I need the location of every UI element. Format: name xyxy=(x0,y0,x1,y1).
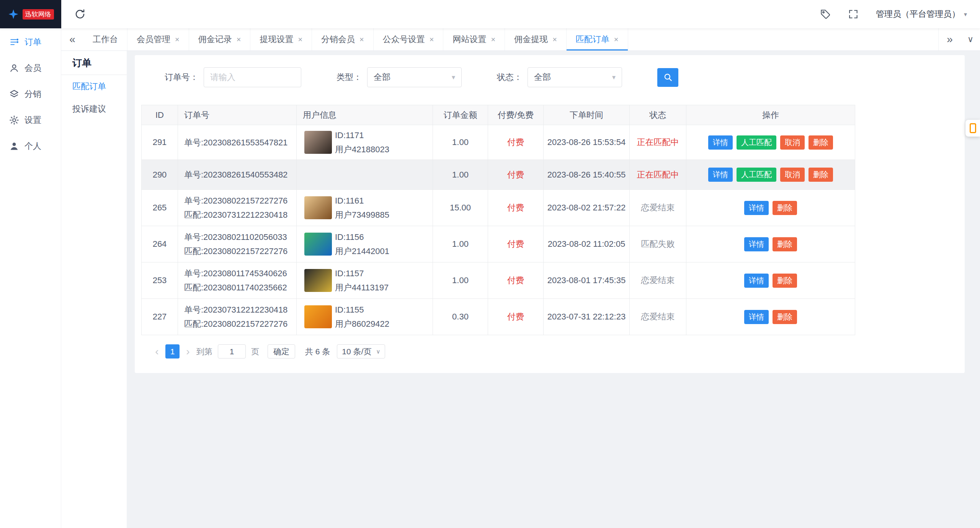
logo-text: 迅软网络 xyxy=(23,9,54,20)
cancel-button[interactable]: 取消 xyxy=(780,135,805,150)
delete-button[interactable]: 删除 xyxy=(773,201,797,215)
delete-button[interactable]: 删除 xyxy=(773,274,797,288)
jump-page-input[interactable] xyxy=(218,344,246,359)
logo: 迅软网络 xyxy=(0,0,61,28)
close-icon[interactable]: × xyxy=(491,35,495,44)
content-card: 订单号： 类型： 全部 ▾ 状态： 全部 ▾ xyxy=(135,55,965,373)
type-select[interactable]: 全部 ▾ xyxy=(367,67,462,87)
user-name: 用户44113197 xyxy=(335,280,389,295)
cell-order-no: 单号:202308021102056033匹配:2023080221572272… xyxy=(178,226,297,262)
fullscreen-icon[interactable] xyxy=(848,9,858,19)
cell-amount: 1.00 xyxy=(433,262,488,299)
refresh-icon[interactable] xyxy=(74,8,86,20)
sidebar-item-members[interactable]: 会员 xyxy=(0,55,61,81)
sidebar-item-label: 订单 xyxy=(24,36,41,48)
cell-status: 恋爱结束 xyxy=(630,262,686,299)
manual-match-button[interactable]: 人工匹配 xyxy=(737,168,776,182)
cell-order-time: 2023-08-02 21:57:22 xyxy=(544,190,630,226)
sidebar-item-profile[interactable]: 个人 xyxy=(0,133,61,159)
tag-icon[interactable] xyxy=(820,9,831,20)
prev-page-icon[interactable]: ‹ xyxy=(151,344,163,359)
tab-label: 佣金记录 xyxy=(198,34,232,45)
user-info: ID:1171用户42188023 xyxy=(303,128,430,156)
tab-commission-records[interactable]: 佣金记录× xyxy=(189,28,251,51)
caret-down-icon: ▾ xyxy=(964,11,967,18)
submenu-item-complaints[interactable]: 投诉建议 xyxy=(61,98,127,120)
avatar xyxy=(304,196,332,219)
tab-commission-withdrawal[interactable]: 佣金提现× xyxy=(505,28,567,51)
sidebar-item-settings[interactable]: 设置 xyxy=(0,107,61,133)
close-icon[interactable]: × xyxy=(175,35,180,44)
cell-order-time: 2023-08-26 15:40:55 xyxy=(544,160,630,190)
cell-order-no: 单号:202308011745340626匹配:2023080117402356… xyxy=(178,262,297,299)
close-icon[interactable]: × xyxy=(237,35,241,44)
detail-button[interactable]: 详情 xyxy=(744,310,769,324)
confirm-button[interactable]: 确定 xyxy=(268,344,295,359)
tab-withdrawal-settings[interactable]: 提现设置× xyxy=(250,28,312,51)
page-size-select[interactable]: 10 条/页 ∨ xyxy=(337,344,385,359)
status-select[interactable]: 全部 ▾ xyxy=(528,67,622,87)
tab-label: 佣金提现 xyxy=(514,34,548,45)
next-page-icon[interactable]: › xyxy=(182,344,194,359)
avatar xyxy=(304,131,332,154)
user-name: 用户73499885 xyxy=(335,208,389,222)
order-no-input[interactable] xyxy=(204,67,301,87)
tab-website-settings[interactable]: 网站设置× xyxy=(443,28,505,51)
order-line-text: 单号:202307312212230418 xyxy=(184,303,294,317)
close-icon[interactable]: × xyxy=(552,35,557,44)
user-id: ID:1171 xyxy=(335,128,389,142)
admin-menu[interactable]: 管理员（平台管理员） ▾ xyxy=(876,8,967,20)
cell-id: 227 xyxy=(142,299,178,335)
float-phone-button[interactable] xyxy=(965,120,980,137)
tab-menu-icon[interactable]: ∨ xyxy=(961,28,980,51)
tabbar-controls: » ∨ xyxy=(938,28,980,51)
cell-actions: 详情删除 xyxy=(686,299,855,335)
delete-button[interactable]: 删除 xyxy=(808,168,833,182)
sidebar-item-orders[interactable]: 订单 xyxy=(0,29,61,55)
cell-user xyxy=(297,160,433,190)
sidebar-item-distribution[interactable]: 分销 xyxy=(0,81,61,107)
user-text: ID:1157用户44113197 xyxy=(335,266,389,295)
search-button[interactable] xyxy=(657,68,678,87)
detail-button[interactable]: 详情 xyxy=(708,168,733,182)
column-header: 下单时间 xyxy=(544,105,630,125)
user-text: ID:1155用户86029422 xyxy=(335,303,389,331)
detail-button[interactable]: 详情 xyxy=(744,274,769,288)
cell-status: 恋爱结束 xyxy=(630,190,686,226)
settings-icon xyxy=(9,115,19,125)
close-icon[interactable]: × xyxy=(359,35,364,44)
avatar xyxy=(304,305,332,328)
delete-button[interactable]: 删除 xyxy=(773,237,797,251)
cell-order-time: 2023-08-26 15:53:54 xyxy=(544,125,630,160)
expand-tabs-icon[interactable]: » xyxy=(939,28,961,51)
collapse-tabs-icon[interactable]: « xyxy=(61,28,83,51)
tab-workbench[interactable]: 工作台 xyxy=(83,28,127,51)
submenu-item-match-orders[interactable]: 匹配订单 xyxy=(61,75,127,98)
tab-distribution-members[interactable]: 分销会员× xyxy=(312,28,374,51)
column-header: 订单号 xyxy=(178,105,297,125)
detail-button[interactable]: 详情 xyxy=(744,237,769,251)
tab-official-account-settings[interactable]: 公众号设置× xyxy=(374,28,444,51)
user-text: ID:1171用户42188023 xyxy=(335,128,389,156)
close-icon[interactable]: × xyxy=(430,35,434,44)
tab-label: 网站设置 xyxy=(452,34,486,45)
close-icon[interactable]: × xyxy=(298,35,302,44)
delete-button[interactable]: 删除 xyxy=(808,135,833,150)
manual-match-button[interactable]: 人工匹配 xyxy=(737,135,776,150)
cancel-button[interactable]: 取消 xyxy=(780,168,805,182)
tab-match-orders[interactable]: 匹配订单× xyxy=(567,28,628,51)
cell-order-time: 2023-08-01 17:45:35 xyxy=(544,262,630,299)
logo-icon xyxy=(8,8,19,20)
detail-button[interactable]: 详情 xyxy=(744,201,769,215)
cell-user: ID:1155用户86029422 xyxy=(297,299,433,335)
sidebar-item-label: 设置 xyxy=(24,114,41,126)
tab-member-management[interactable]: 会员管理× xyxy=(127,28,189,51)
detail-button[interactable]: 详情 xyxy=(708,135,733,150)
close-icon[interactable]: × xyxy=(614,35,619,44)
delete-button[interactable]: 删除 xyxy=(773,310,797,324)
orders-table-wrap: ID订单号用户信息订单金额付费/免费下单时间状态操作291单号:20230826… xyxy=(141,105,958,335)
cell-user: ID:1171用户42188023 xyxy=(297,125,433,160)
cell-actions: 详情人工匹配取消删除 xyxy=(686,160,855,190)
column-header: 订单金额 xyxy=(433,105,488,125)
page-1-button[interactable]: 1 xyxy=(165,344,180,359)
